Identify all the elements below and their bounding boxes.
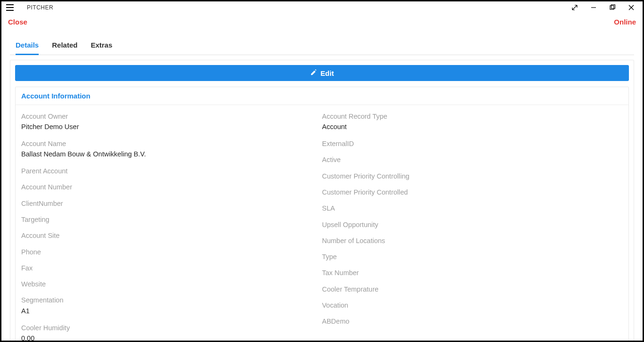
- close-button[interactable]: Close: [8, 18, 27, 26]
- field-tax-number: Tax Number: [322, 268, 623, 277]
- field-parent-account: Parent Account: [21, 166, 322, 176]
- field-label: Account Site: [21, 231, 322, 240]
- field-type: Type: [322, 252, 623, 261]
- field-label: Parent Account: [21, 166, 322, 176]
- field-label: Type: [322, 252, 623, 261]
- field-customer-priority-controlled: Customer Priority Controlled: [322, 187, 623, 197]
- hamburger-icon[interactable]: [6, 4, 14, 11]
- tab-details[interactable]: Details: [16, 41, 39, 55]
- field-value: Pitcher Demo User: [21, 122, 322, 132]
- maximize-icon[interactable]: [603, 1, 622, 14]
- field-label: Targeting: [21, 215, 322, 224]
- tabs: Details Related Extras: [10, 30, 634, 55]
- field-website: Website: [21, 279, 322, 289]
- field-number-of-locations: Number of Locations: [322, 236, 623, 245]
- field-active: Active: [322, 155, 623, 164]
- online-status[interactable]: Online: [614, 18, 636, 26]
- field-label: Website: [21, 279, 322, 289]
- field-cooler-humidity: Cooler Humidity0.00: [21, 323, 322, 341]
- field-clientnumber: ClientNumber: [21, 199, 322, 208]
- content-scroll[interactable]: Details Related Extras Edit Account Info…: [1, 30, 643, 341]
- page-panel: Edit Account Information Account OwnerPi…: [10, 60, 634, 341]
- field-label: ABDemo: [322, 317, 623, 326]
- close-icon[interactable]: [622, 1, 641, 14]
- section-account-information: Account Information Account OwnerPitcher…: [15, 87, 629, 341]
- field-label: Customer Priority Controlling: [322, 171, 623, 181]
- field-abdemo: ABDemo: [322, 317, 623, 326]
- field-upsell-opportunity: Upsell Opportunity: [322, 220, 623, 229]
- expand-icon[interactable]: [565, 1, 584, 14]
- field-label: Upsell Opportunity: [322, 220, 623, 229]
- field-account-number: Account Number: [21, 182, 322, 192]
- minimize-icon[interactable]: [584, 1, 603, 14]
- tab-extras[interactable]: Extras: [91, 41, 112, 55]
- field-sla: SLA: [322, 204, 623, 213]
- field-customer-priority-controlling: Customer Priority Controlling: [322, 171, 623, 181]
- field-account-name: Account NameBallast Nedam Bouw & Ontwikk…: [21, 139, 322, 160]
- field-label: Number of Locations: [322, 236, 623, 245]
- field-value: Ballast Nedam Bouw & Ontwikkeling B.V.: [21, 149, 322, 160]
- field-segmentation: SegmentationA1: [21, 295, 322, 316]
- svg-rect-1: [610, 6, 614, 9]
- field-label: SLA: [322, 204, 623, 213]
- topbar: Close Online: [1, 14, 643, 30]
- titlebar: PITCHER: [1, 1, 643, 14]
- field-label: Segmentation: [21, 295, 322, 305]
- field-label: Active: [322, 155, 623, 164]
- field-account-owner: Account OwnerPitcher Demo User: [21, 112, 322, 132]
- field-label: ClientNumber: [21, 199, 322, 208]
- field-account-site: Account Site: [21, 231, 322, 240]
- field-label: Account Number: [21, 182, 322, 192]
- svg-rect-2: [611, 5, 615, 8]
- field-label: Account Record Type: [322, 112, 623, 121]
- field-label: Cooler Humidity: [21, 323, 322, 333]
- field-label: Tax Number: [322, 268, 623, 277]
- edit-button[interactable]: Edit: [15, 65, 629, 81]
- field-label: Cooler Temprature: [322, 285, 623, 294]
- field-cooler-temprature: Cooler Temprature: [322, 285, 623, 294]
- edit-icon: [310, 69, 317, 77]
- tab-related[interactable]: Related: [52, 41, 77, 55]
- field-label: ExternalID: [322, 139, 623, 148]
- field-label: Customer Priority Controlled: [322, 187, 623, 197]
- field-label: Phone: [21, 247, 322, 257]
- field-targeting: Targeting: [21, 215, 322, 224]
- field-value: Account: [322, 122, 623, 132]
- field-label: Account Owner: [21, 112, 322, 121]
- field-externalid: ExternalID: [322, 139, 623, 148]
- field-phone: Phone: [21, 247, 322, 257]
- field-account-record-type: Account Record TypeAccount: [322, 112, 623, 132]
- field-label: Account Name: [21, 139, 322, 148]
- field-label: Vocation: [322, 301, 623, 310]
- field-fax: Fax: [21, 263, 322, 273]
- field-value: 0.00: [21, 334, 322, 341]
- app-title: PITCHER: [27, 4, 53, 11]
- field-label: Fax: [21, 263, 322, 273]
- edit-label: Edit: [321, 69, 334, 77]
- field-value: A1: [21, 306, 322, 317]
- field-vocation: Vocation: [322, 301, 623, 310]
- section-title: Account Information: [16, 87, 628, 105]
